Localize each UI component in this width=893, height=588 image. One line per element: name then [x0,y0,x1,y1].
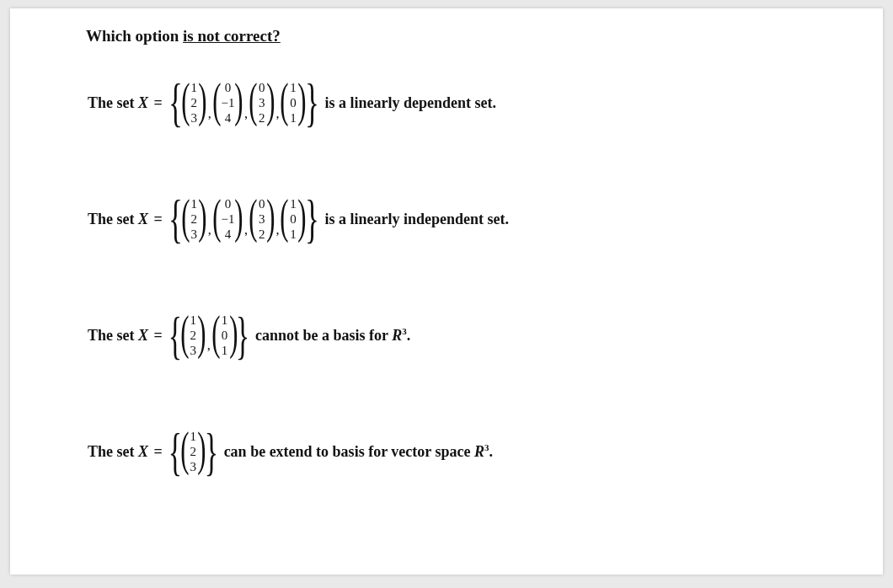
option-suffix: can be extend to basis for vector space … [217,442,493,461]
page: Which option is not correct? The set X =… [10,8,883,575]
option-suffix: cannot be a basis for R3. [249,326,410,345]
vector-2: ( 1 0 1 ) [213,311,236,360]
option-1[interactable]: The set X = { ( 1 2 3 ) , ( 0 −1 4 [88,69,883,136]
option-prefix: The set X = [88,94,169,112]
option-prefix: The set X = [88,443,169,461]
vector-2: ( 0 −1 4 ) [214,195,242,243]
option-2[interactable]: The set X = { ( 1 2 3 ) , ( 0 −1 4 [88,185,883,253]
vector-set: { ( 1 2 3 ) , ( 1 0 1 ) } [169,311,249,360]
option-suffix: is a linearly independent set. [318,211,509,228]
vector-4: ( 1 0 1 ) [281,78,304,127]
left-paren-icon: ( [181,78,190,127]
right-paren-icon: ) [198,78,206,127]
option-prefix: The set X = [88,211,169,228]
question-lead: Which option [86,27,183,45]
question-underlined: is not correct? [183,27,281,45]
option-suffix: is a linearly dependent set. [318,94,496,112]
vector-3: ( 0 3 2 ) [250,78,273,127]
option-prefix: The set X = [88,327,169,345]
right-brace-icon: } [305,78,319,128]
option-3[interactable]: The set X = { ( 1 2 3 ) , ( 1 0 1 [88,302,883,369]
question-text: Which option is not correct? [86,27,883,45]
vector-1: ( 1 2 3 ) [182,427,205,476]
option-4[interactable]: The set X = { ( 1 2 3 ) } can be extend … [88,418,883,485]
vector-2: ( 0 −1 4 ) [214,78,242,127]
vector-1: ( 1 2 3 ) [183,78,206,127]
vector-1: ( 1 2 3 ) [183,195,206,243]
vector-set: { ( 1 2 3 ) , ( 0 −1 4 ) , [169,194,318,244]
left-brace-icon: { [168,78,183,128]
vector-4: ( 1 0 1 ) [281,195,304,243]
vector-set: { ( 1 2 3 ) } [169,427,217,476]
vector-1: ( 1 2 3 ) [182,311,205,360]
vector-3: ( 0 3 2 ) [250,195,273,243]
vector-set: { ( 1 2 3 ) , ( 0 −1 4 ) , [169,78,318,128]
